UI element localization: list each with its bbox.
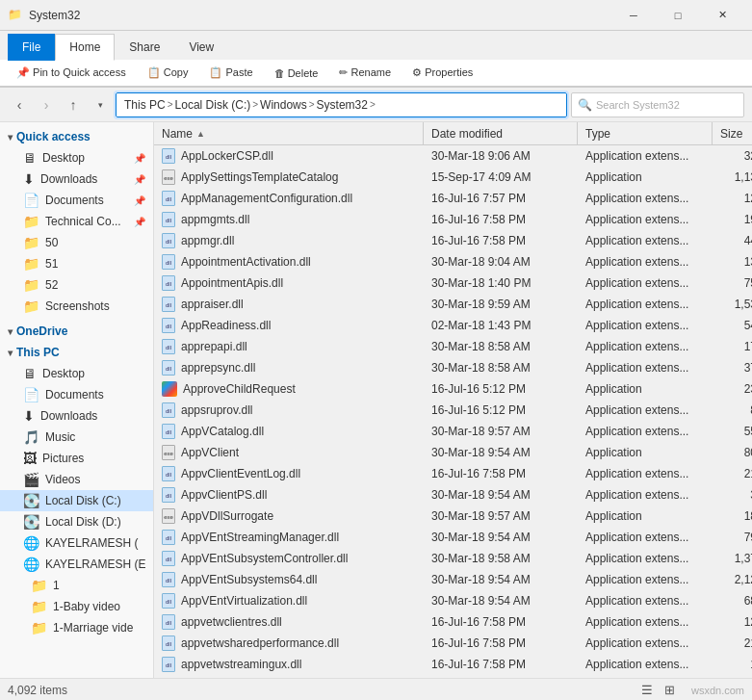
- col-header-name[interactable]: Name ▲: [154, 122, 424, 144]
- forward-button[interactable]: ›: [35, 93, 58, 117]
- file-name-cell: dll appvetwsharedperformance.dll: [154, 635, 424, 651]
- sidebar-item-documents-pc[interactable]: 📄 Documents: [0, 384, 153, 405]
- table-row[interactable]: dll appmgmts.dll 16-Jul-16 7:58 PM Appli…: [154, 209, 752, 230]
- back-button[interactable]: ‹: [8, 93, 31, 117]
- col-header-size[interactable]: Size: [713, 122, 752, 144]
- file-date-cell: 30-Mar-18 8:58 AM: [424, 340, 578, 353]
- address-part-localdisk[interactable]: Local Disk (C:): [175, 98, 251, 112]
- table-row[interactable]: dll apprepapi.dll 30-Mar-18 8:58 AM Appl…: [154, 336, 752, 357]
- sidebar-item-51[interactable]: 📁 51: [0, 253, 153, 274]
- file-type-cell: Application extens...: [578, 298, 713, 311]
- sidebar-item-localdisk-d[interactable]: 💽 Local Disk (D:): [0, 511, 153, 532]
- sidebar-item-technical-qa[interactable]: 📁 Technical Co... 📌: [0, 211, 153, 232]
- sidebar-item-screenshots[interactable]: 📁 Screenshots: [0, 296, 153, 317]
- file-icon: dll: [162, 191, 175, 206]
- col-header-type[interactable]: Type: [578, 122, 713, 144]
- sidebar-item-kayelramesh2[interactable]: 🌐 KAYELRAMESH (E: [0, 554, 153, 575]
- table-row[interactable]: exe AppVDllSurrogate 30-Mar-18 9:57 AM A…: [154, 506, 752, 527]
- table-row[interactable]: dll appvetwsharedperformance.dll 16-Jul-…: [154, 633, 752, 654]
- tab-file[interactable]: File: [8, 34, 55, 61]
- sidebar-item-net-1[interactable]: 📁 1: [0, 575, 153, 596]
- quick-access-arrow: ▾: [8, 132, 13, 143]
- sidebar-item-downloads-pc[interactable]: ⬇ Downloads: [0, 405, 153, 427]
- sidebar-item-documents-qa[interactable]: 📄 Documents 📌: [0, 190, 153, 211]
- sidebar-section-thispc[interactable]: ▾ This PC: [0, 342, 153, 363]
- folder-icon: 📁: [31, 578, 47, 593]
- sidebar-item-videos[interactable]: 🎬 Videos: [0, 469, 153, 490]
- table-row[interactable]: dll AppvClientEventLog.dll 16-Jul-16 7:5…: [154, 463, 752, 484]
- tab-share[interactable]: Share: [115, 34, 174, 60]
- sidebar-item-downloads-qa[interactable]: ⬇ Downloads 📌: [0, 169, 153, 190]
- address-bar[interactable]: This PC > Local Disk (C:) > Windows > Sy…: [116, 92, 567, 117]
- table-row[interactable]: dll AppVCatalog.dll 30-Mar-18 9:57 AM Ap…: [154, 421, 752, 442]
- file-name-cell: exe AppVClient: [154, 445, 424, 460]
- sidebar-item-net-marriage[interactable]: 📁 1-Marriage vide: [0, 617, 153, 638]
- table-row[interactable]: dll appraiser.dll 30-Mar-18 9:59 AM Appl…: [154, 294, 752, 315]
- up-button[interactable]: ↑: [62, 93, 85, 117]
- title-bar-icon: 📁: [8, 8, 23, 23]
- table-row[interactable]: dll appmgr.dll 16-Jul-16 7:58 PM Applica…: [154, 230, 752, 251]
- table-row[interactable]: ApproveChildRequest 16-Jul-16 5:12 PM Ap…: [154, 378, 752, 400]
- sidebar-item-net-baby[interactable]: 📁 1-Baby video: [0, 596, 153, 617]
- table-row[interactable]: dll AppVEntSubsystems64.dll 30-Mar-18 9:…: [154, 569, 752, 590]
- ribbon-rename-btn[interactable]: ✏ Rename: [330, 64, 400, 82]
- minimize-button[interactable]: ─: [611, 0, 656, 31]
- table-row[interactable]: dll apprepsync.dll 30-Mar-18 8:58 AM App…: [154, 357, 752, 378]
- table-row[interactable]: dll appvetwclientres.dll 16-Jul-16 7:58 …: [154, 611, 752, 633]
- file-date-cell: 30-Mar-18 9:58 AM: [424, 552, 578, 565]
- table-row[interactable]: dll AppReadiness.dll 02-Mar-18 1:43 PM A…: [154, 315, 752, 336]
- table-row[interactable]: dll AppLockerCSP.dll 30-Mar-18 9:06 AM A…: [154, 145, 752, 167]
- sidebar-item-desktop-pc[interactable]: 🖥 Desktop: [0, 363, 153, 384]
- table-row[interactable]: exe ApplySettingsTemplateCatalog 15-Sep-…: [154, 167, 752, 188]
- file-date-cell: 02-Mar-18 1:43 PM: [424, 319, 578, 332]
- file-type-cell: Application extens...: [578, 615, 713, 629]
- table-row[interactable]: dll AppVEntVirtualization.dll 30-Mar-18 …: [154, 590, 752, 611]
- tab-home[interactable]: Home: [55, 34, 115, 61]
- table-row[interactable]: dll AppVEntStreamingManager.dll 30-Mar-1…: [154, 527, 752, 548]
- address-part-thispc[interactable]: This PC: [124, 98, 166, 112]
- table-row[interactable]: dll AppManagementConfiguration.dll 16-Ju…: [154, 188, 752, 209]
- close-button[interactable]: ✕: [700, 0, 744, 31]
- ribbon-delete-btn[interactable]: 🗑 Delete: [266, 65, 327, 82]
- table-row[interactable]: exe AppVClient 30-Mar-18 9:54 AM Applica…: [154, 442, 752, 463]
- large-icons-btn[interactable]: ⊞: [661, 681, 680, 700]
- sidebar-item-52[interactable]: 📁 52: [0, 274, 153, 296]
- file-date-cell: 15-Sep-17 4:09 AM: [424, 170, 578, 184]
- table-row[interactable]: dll AppVFileSystemMetadata.dll 16-Jul-16…: [154, 675, 752, 678]
- table-row[interactable]: dll AppointmentApis.dll 30-Mar-18 1:40 P…: [154, 272, 752, 294]
- file-icon: dll: [162, 233, 175, 248]
- file-icon: [162, 381, 177, 397]
- col-header-date[interactable]: Date modified: [424, 122, 578, 144]
- table-row[interactable]: dll appvetwstreamingux.dll 16-Jul-16 7:5…: [154, 654, 752, 675]
- ribbon-paste-btn[interactable]: 📋 Paste: [200, 64, 261, 82]
- sidebar-item-kayelramesh1[interactable]: 🌐 KAYELRAMESH (: [0, 532, 153, 554]
- search-bar[interactable]: 🔍 Search System32: [571, 92, 744, 117]
- folder-icon: 📁: [31, 599, 47, 614]
- sidebar-item-50[interactable]: 📁 50: [0, 232, 153, 253]
- maximize-button[interactable]: □: [656, 0, 700, 31]
- sidebar-section-quick-access[interactable]: ▾ Quick access: [0, 126, 153, 147]
- sidebar-item-localdisk-c[interactable]: 💽 Local Disk (C:): [0, 490, 153, 511]
- file-date-cell: 30-Mar-18 9:54 AM: [424, 594, 578, 608]
- ribbon-copy-btn[interactable]: 📋 Copy: [139, 64, 197, 82]
- table-row[interactable]: dll appsruprov.dll 16-Jul-16 5:12 PM App…: [154, 400, 752, 421]
- file-date-cell: 30-Mar-18 9:57 AM: [424, 425, 578, 438]
- sidebar-section-onedrive[interactable]: ▾ OneDrive: [0, 321, 153, 342]
- tab-view[interactable]: View: [174, 34, 228, 60]
- sidebar-item-music[interactable]: 🎵 Music: [0, 427, 153, 448]
- file-name-cell: dll appraiser.dll: [154, 297, 424, 312]
- table-row[interactable]: dll AppointmentActivation.dll 30-Mar-18 …: [154, 251, 752, 272]
- address-part-system32[interactable]: System32: [317, 98, 368, 112]
- details-view-btn[interactable]: ☰: [637, 681, 657, 700]
- address-part-windows[interactable]: Windows: [260, 98, 307, 112]
- file-size-cell: 371 KB: [713, 361, 752, 375]
- sidebar-item-desktop-qa[interactable]: 🖥 Desktop 📌: [0, 147, 153, 169]
- table-row[interactable]: dll AppVEntSubsystemController.dll 30-Ma…: [154, 548, 752, 569]
- ribbon-properties-btn[interactable]: ⚙ Properties: [403, 64, 481, 82]
- file-date-cell: 16-Jul-16 7:58 PM: [424, 636, 578, 650]
- sidebar-item-pictures[interactable]: 🖼 Pictures: [0, 448, 153, 469]
- recent-button[interactable]: ▾: [89, 93, 112, 117]
- table-row[interactable]: dll AppvClientPS.dll 30-Mar-18 9:54 AM A…: [154, 484, 752, 506]
- ribbon-pin-btn[interactable]: 📌 Pin to Quick access: [8, 64, 135, 82]
- documents-icon: 📄: [23, 193, 39, 208]
